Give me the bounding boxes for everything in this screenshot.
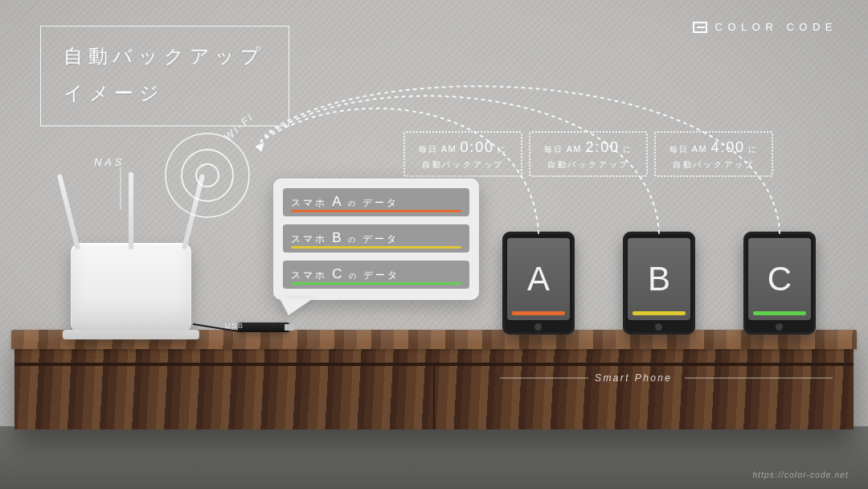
schedule-b-ampm: AM: [567, 144, 583, 154]
schedule-card-a: 毎日 AM 0:00 に 自動バックアップ: [403, 131, 522, 177]
phone-b-tag: [633, 311, 686, 315]
brand-logo: COLOR CODE: [693, 21, 837, 33]
schedule-row: 毎日 AM 0:00 に 自動バックアップ 毎日 AM 2:00 に 自動バック…: [403, 131, 773, 177]
schedule-b-suffix: に: [623, 145, 633, 154]
data-bar-b: スマホ B の データ: [283, 224, 469, 253]
data-bar-a-underline: [291, 210, 461, 212]
data-bar-a-post: データ: [362, 197, 399, 208]
phone-c-screen: C: [748, 238, 811, 320]
schedule-a-ampm: AM: [441, 144, 457, 154]
phone-a-home-icon: [534, 323, 542, 331]
schedule-c-line2: 自動バックアップ: [664, 159, 764, 171]
data-bar-a: スマホ A の データ: [283, 188, 469, 216]
schedule-c-suffix: に: [748, 145, 758, 154]
schedule-c-time: 4:00: [711, 139, 745, 155]
data-bar-b-post: データ: [362, 233, 399, 244]
diagram-scene: COLOR CODE 自動バックアップ イメージ NAS Wi-Fi USB S…: [0, 0, 868, 489]
data-bar-c: スマホ C の データ: [283, 261, 469, 289]
schedule-a-suffix: に: [497, 145, 507, 154]
phone-a-tag: [512, 311, 565, 315]
schedule-b-line2: 自動バックアップ: [538, 159, 638, 171]
phone-c-tag: [753, 311, 806, 315]
schedule-a-line2: 自動バックアップ: [413, 159, 513, 171]
schedule-c-ampm: AM: [692, 144, 708, 154]
schedule-card-b: 毎日 AM 2:00 に 自動バックアップ: [529, 131, 648, 177]
data-bar-c-mid: C: [332, 266, 343, 281]
schedule-b-prefix: 毎日: [544, 145, 566, 154]
antenna-left: [57, 174, 80, 250]
nas-router: [71, 243, 191, 333]
schedule-a-time: 0:00: [461, 139, 494, 155]
title-box: 自動バックアップ イメージ: [40, 26, 289, 126]
data-bar-c-small: の: [349, 272, 358, 280]
schedule-card-c: 毎日 AM 4:00 に 自動バックアップ: [654, 131, 773, 177]
data-bubble: スマホ A の データ スマホ B の データ スマホ C の データ: [273, 179, 479, 300]
data-bar-c-underline: [291, 282, 461, 285]
label-usb: USB: [225, 322, 244, 330]
data-bar-c-post: データ: [363, 269, 399, 281]
schedule-c-prefix: 毎日: [669, 145, 691, 154]
phones-row: A B C: [502, 232, 816, 335]
antenna-right: [182, 174, 205, 250]
brand-name: COLOR CODE: [715, 21, 837, 33]
data-bar-a-mid: A: [332, 194, 342, 209]
label-nas: NAS: [94, 156, 125, 168]
phone-a: A: [502, 232, 575, 335]
floor: [0, 426, 868, 489]
brand-icon: [693, 22, 707, 33]
schedule-a-prefix: 毎日: [419, 145, 440, 154]
phone-a-screen: A: [507, 238, 570, 320]
phone-b-home-icon: [655, 323, 662, 331]
svg-point-1: [182, 150, 233, 201]
antenna-center: [129, 172, 133, 249]
phone-b-letter: B: [648, 260, 670, 298]
data-bar-b-underline: [291, 246, 461, 249]
data-bar-b-pre: スマホ: [291, 233, 327, 244]
phone-c: C: [743, 232, 816, 335]
data-bar-c-pre: スマホ: [291, 269, 327, 281]
phone-c-letter: C: [768, 260, 792, 298]
title-line-1: 自動バックアップ: [63, 38, 266, 75]
data-bar-b-small: の: [348, 236, 358, 244]
footer-url: https://color-code.net: [752, 471, 849, 479]
phone-b: B: [623, 232, 695, 335]
data-bar-a-pre: スマホ: [291, 197, 327, 208]
schedule-b-time: 2:00: [586, 139, 620, 155]
phone-b-screen: B: [628, 238, 690, 320]
data-bar-a-small: の: [348, 199, 358, 208]
phone-a-letter: A: [527, 260, 550, 298]
phone-c-home-icon: [776, 323, 783, 331]
data-bar-b-mid: B: [332, 230, 342, 245]
svg-point-2: [166, 134, 249, 217]
title-line-2: イメージ: [63, 75, 266, 112]
label-smartphone: Smart Phone: [595, 372, 672, 384]
